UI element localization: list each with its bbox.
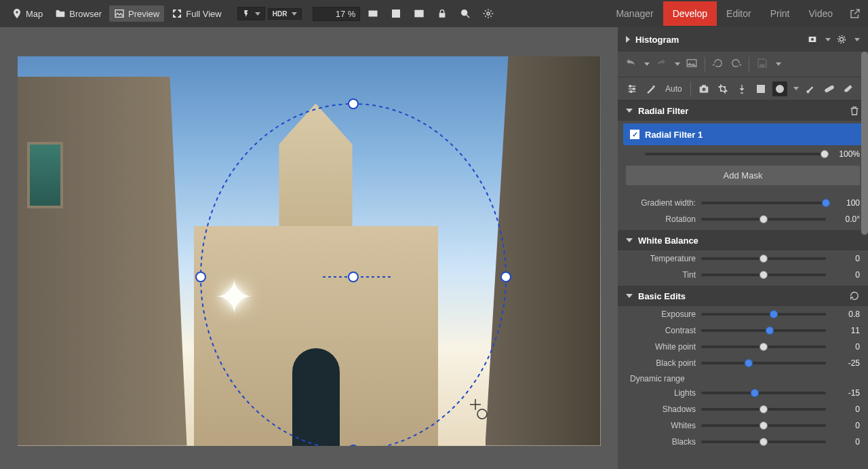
tab-manager[interactable]: Manager xyxy=(606,1,663,26)
histogram-mode-icon[interactable] xyxy=(807,34,818,45)
whites-slider[interactable] xyxy=(701,424,826,427)
external-window-icon[interactable] xyxy=(849,7,861,20)
tint-slider[interactable] xyxy=(701,274,826,276)
tab-video[interactable]: Video xyxy=(799,1,842,26)
lights-value[interactable]: -15 xyxy=(831,388,860,398)
preview-label: Preview xyxy=(128,9,159,19)
undo-button[interactable] xyxy=(625,57,637,71)
gradient-width-value[interactable]: 100 xyxy=(831,198,860,208)
save-button[interactable] xyxy=(756,57,768,71)
pin-icon xyxy=(12,8,22,19)
svg-text:1:1: 1:1 xyxy=(370,12,375,16)
crop-tool[interactable] xyxy=(715,81,730,96)
rotate-left-button[interactable] xyxy=(712,57,724,71)
svg-rect-25 xyxy=(760,64,765,68)
histogram-settings-icon[interactable] xyxy=(836,34,847,45)
erase-tool[interactable] xyxy=(841,81,856,96)
chevron-down-icon[interactable] xyxy=(776,62,781,66)
flash-dropdown[interactable] xyxy=(237,7,265,20)
camera-icon xyxy=(698,83,709,94)
lights-row: Lights -15 xyxy=(618,385,868,401)
svg-rect-35 xyxy=(757,85,764,92)
exposure-slider[interactable] xyxy=(701,313,826,316)
magic-tool[interactable] xyxy=(644,81,658,96)
svg-point-22 xyxy=(840,37,843,41)
top-toolbar: Map Browser Preview Full View HDR 17 % 1… xyxy=(0,0,868,27)
tint-label: Tint xyxy=(618,270,696,280)
chevron-down-icon[interactable] xyxy=(644,62,650,66)
contrast-slider[interactable] xyxy=(701,329,826,332)
image-canvas[interactable] xyxy=(0,27,618,469)
flash-icon xyxy=(242,9,250,18)
tab-print[interactable]: Print xyxy=(761,1,800,26)
histogram-section-header[interactable]: Histogram xyxy=(618,27,868,52)
fullview-button[interactable]: Full View xyxy=(167,5,226,22)
retouch-tool[interactable] xyxy=(822,81,837,96)
preview-button[interactable]: Preview xyxy=(109,5,164,22)
whitepoint-value[interactable]: 0 xyxy=(831,342,860,352)
mode-tabs: Manager Develop Editor Print Video xyxy=(606,1,861,26)
gradient-tool[interactable] xyxy=(753,81,768,96)
blacks-label: Blacks xyxy=(618,437,696,447)
add-mask-button[interactable]: Add Mask xyxy=(626,166,860,185)
dual-view-button[interactable] xyxy=(409,5,429,22)
basic-edits-header[interactable]: Basic Edits xyxy=(618,286,868,306)
temperature-value[interactable]: 0 xyxy=(831,254,860,263)
shadows-label: Shadows xyxy=(618,405,696,414)
tab-develop[interactable]: Develop xyxy=(663,1,717,26)
exposure-label: Exposure xyxy=(618,309,696,319)
chevron-down-icon[interactable] xyxy=(675,62,680,66)
whites-value[interactable]: 0 xyxy=(831,421,860,430)
svg-rect-34 xyxy=(702,85,705,87)
radial-filter-tool[interactable] xyxy=(772,81,787,96)
camera-tool[interactable] xyxy=(696,81,711,96)
gradient-width-slider[interactable] xyxy=(701,202,826,204)
whitepoint-slider[interactable] xyxy=(701,345,826,348)
shadows-slider[interactable] xyxy=(701,408,826,411)
mask-opacity-slider[interactable] xyxy=(645,153,825,155)
temperature-slider[interactable] xyxy=(701,257,826,260)
trash-icon[interactable] xyxy=(849,105,860,116)
zoom-fit-button[interactable] xyxy=(386,5,406,22)
adjustments-tool[interactable] xyxy=(625,81,639,96)
brush-tool[interactable] xyxy=(803,81,818,96)
rotate-right-button[interactable] xyxy=(730,57,742,71)
compare-button[interactable] xyxy=(686,57,698,71)
radial-filter-1-item[interactable]: ✓ Radial Filter 1 xyxy=(623,124,863,145)
panel-scrollbar[interactable] xyxy=(861,52,868,235)
reset-icon[interactable] xyxy=(849,290,860,301)
browser-button[interactable]: Browser xyxy=(50,5,106,22)
hdr-dropdown[interactable]: HDR xyxy=(268,8,302,20)
blackpoint-value[interactable]: -25 xyxy=(831,358,860,368)
lock-button[interactable] xyxy=(432,5,452,22)
tint-value[interactable]: 0 xyxy=(831,270,860,280)
filter-enabled-checkbox[interactable]: ✓ xyxy=(630,130,639,139)
rotation-label: Rotation xyxy=(618,214,696,224)
tab-editor[interactable]: Editor xyxy=(717,1,761,26)
redo-button[interactable] xyxy=(655,57,667,71)
bandage-icon xyxy=(824,83,835,94)
contrast-value[interactable]: 11 xyxy=(831,326,860,335)
fullview-label: Full View xyxy=(186,9,222,19)
settings-gear-button[interactable] xyxy=(478,5,498,22)
chevron-down-icon xyxy=(793,87,799,90)
lights-slider[interactable] xyxy=(701,392,826,394)
radial-filter-header[interactable]: Radial Filter xyxy=(618,100,868,121)
exposure-value[interactable]: 0.8 xyxy=(831,309,860,319)
rotation-value[interactable]: 0.0° xyxy=(831,214,860,224)
white-balance-header[interactable]: White Balance xyxy=(618,230,868,250)
gradient-width-row: Gradient width: 100 xyxy=(618,195,868,211)
svg-point-9 xyxy=(487,12,490,15)
map-button[interactable]: Map xyxy=(7,5,47,22)
zoom-1to1-button[interactable]: 1:1 xyxy=(363,5,383,22)
blacks-value[interactable]: 0 xyxy=(831,437,860,447)
zoom-input[interactable]: 17 % xyxy=(313,7,360,21)
shadows-value[interactable]: 0 xyxy=(831,405,860,414)
crop-overlay-button[interactable] xyxy=(455,5,475,22)
blackpoint-slider[interactable] xyxy=(701,362,826,364)
auto-button[interactable]: Auto xyxy=(663,84,685,94)
rotation-slider[interactable] xyxy=(701,218,826,221)
whitepoint-row: White point 0 xyxy=(618,339,868,355)
blacks-slider[interactable] xyxy=(701,440,826,443)
spot-tool[interactable] xyxy=(734,81,749,96)
